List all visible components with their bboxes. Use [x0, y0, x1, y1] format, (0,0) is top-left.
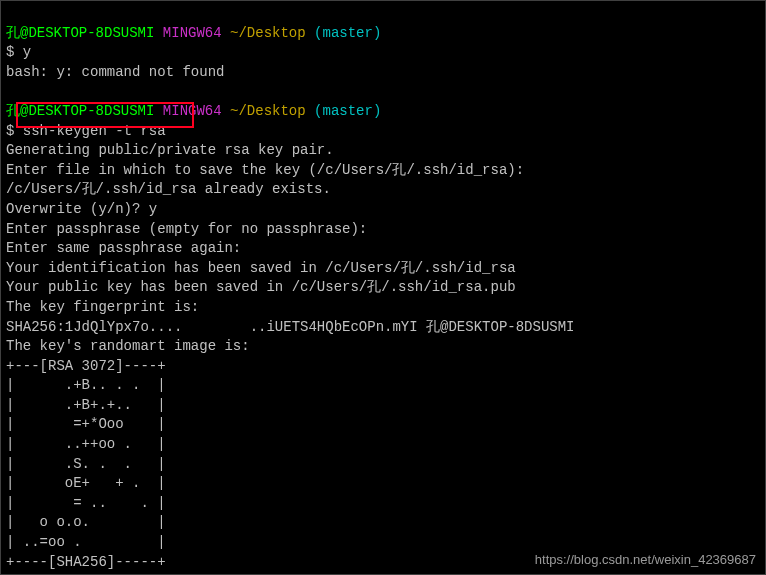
randomart-line: | .+B.. . . |	[6, 377, 166, 393]
randomart-line: | .S. . . |	[6, 456, 166, 472]
output-line: SHA256:1JdQlYpx7o.... ..iUETS4HQbEcOPn.m…	[6, 319, 575, 335]
output-line: Generating public/private rsa key pair.	[6, 142, 334, 158]
randomart-line: +----[SHA256]-----+	[6, 554, 166, 570]
randomart-line: | =+*Ooo |	[6, 416, 166, 432]
prompt-dollar: $	[6, 44, 14, 60]
randomart-line: | o o.o. |	[6, 514, 166, 530]
prompt-path: ~/Desktop	[230, 25, 306, 41]
prompt-branch: (master)	[314, 103, 381, 119]
prompt-line-1: 孔@DESKTOP-8DSUSMI MINGW64 ~/Desktop (mas…	[6, 25, 381, 41]
prompt-shell: MINGW64	[163, 103, 222, 119]
cmd-y: y	[23, 44, 31, 60]
watermark-text: https://blog.csdn.net/weixin_42369687	[535, 551, 756, 569]
randomart-line: | ..++oo . |	[6, 436, 166, 452]
randomart-line: | = .. . |	[6, 495, 166, 511]
randomart-line: | ..=oo . |	[6, 534, 166, 550]
prompt-dollar: $	[6, 123, 14, 139]
output-line: Enter passphrase (empty for no passphras…	[6, 221, 367, 237]
output-line: The key fingerprint is:	[6, 299, 199, 315]
output-line: /c/Users/孔/.ssh/id_rsa already exists.	[6, 181, 331, 197]
terminal-output[interactable]: 孔@DESKTOP-8DSUSMI MINGW64 ~/Desktop (mas…	[0, 0, 766, 575]
prompt-path: ~/Desktop	[230, 103, 306, 119]
error-line: bash: y: command not found	[6, 64, 224, 80]
cmd-sshkeygen: ssh-keygen -t rsa	[23, 123, 166, 139]
randomart-line: +---[RSA 3072]----+	[6, 358, 166, 374]
output-line: The key's randomart image is:	[6, 338, 250, 354]
output-line: Overwrite (y/n)? y	[6, 201, 157, 217]
randomart-line: | .+B+.+.. |	[6, 397, 166, 413]
output-line: Your public key has been saved in /c/Use…	[6, 279, 516, 295]
output-line: Enter same passphrase again:	[6, 240, 241, 256]
prompt-shell: MINGW64	[163, 25, 222, 41]
randomart-line: | oE+ + . |	[6, 475, 166, 491]
prompt-user: 孔@DESKTOP-8DSUSMI	[6, 103, 154, 119]
prompt-user: 孔@DESKTOP-8DSUSMI	[6, 25, 154, 41]
output-line: Enter file in which to save the key (/c/…	[6, 162, 524, 178]
prompt-branch: (master)	[314, 25, 381, 41]
output-line: Your identification has been saved in /c…	[6, 260, 516, 276]
prompt-line-2: 孔@DESKTOP-8DSUSMI MINGW64 ~/Desktop (mas…	[6, 103, 381, 119]
